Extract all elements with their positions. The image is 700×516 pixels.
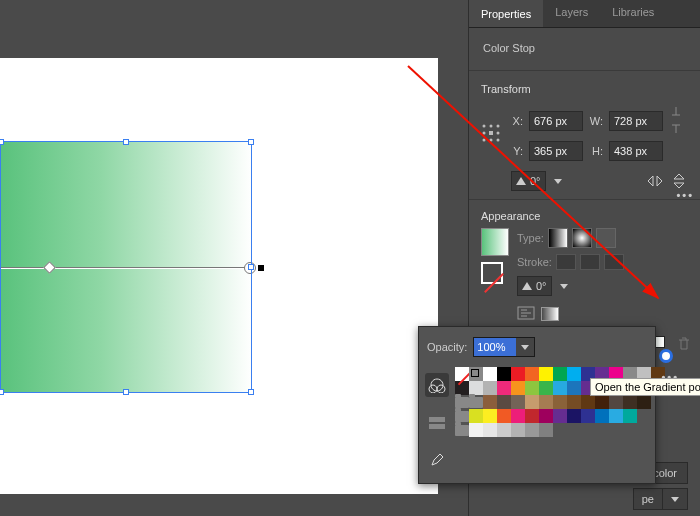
svg-point-8: [497, 139, 500, 142]
swatch[interactable]: [539, 409, 553, 423]
tab-libraries[interactable]: Libraries: [600, 0, 666, 27]
swatch[interactable]: [567, 409, 581, 423]
h-input[interactable]: [609, 141, 663, 161]
swatch[interactable]: [483, 409, 497, 423]
swatch[interactable]: [497, 381, 511, 395]
constrain-proportions-icon[interactable]: [669, 105, 691, 137]
canvas-area[interactable]: [0, 0, 468, 516]
swatch[interactable]: [497, 395, 511, 409]
resize-handle-nw[interactable]: [0, 139, 4, 145]
popup-tool-column: [425, 367, 449, 473]
resize-handle-s[interactable]: [123, 389, 129, 395]
swatch[interactable]: [483, 381, 497, 395]
tab-layers[interactable]: Layers: [543, 0, 600, 27]
h-label: H:: [589, 145, 603, 157]
tab-properties[interactable]: Properties: [469, 0, 543, 27]
stroke-across-button[interactable]: [604, 254, 624, 270]
swatch[interactable]: [497, 409, 511, 423]
swatch[interactable]: [539, 395, 553, 409]
aspect-ratio-icon[interactable]: [541, 307, 559, 321]
swatch[interactable]: [623, 409, 637, 423]
stroke-in-button[interactable]: [556, 254, 576, 270]
flip-horizontal-icon[interactable]: [646, 172, 664, 190]
swatch[interactable]: [539, 381, 553, 395]
opacity-dropdown[interactable]: [516, 338, 534, 356]
swatch[interactable]: [483, 423, 497, 437]
rotation-input[interactable]: 0°: [511, 171, 546, 191]
swatch[interactable]: [511, 395, 525, 409]
swatch[interactable]: [469, 409, 483, 423]
swatch[interactable]: [525, 409, 539, 423]
gradient-angle-value: 0°: [536, 280, 547, 292]
swatch[interactable]: [553, 395, 567, 409]
resize-handle-e[interactable]: [248, 264, 254, 270]
swatch[interactable]: [469, 381, 483, 395]
swatch[interactable]: [525, 423, 539, 437]
swatch[interactable]: [581, 395, 595, 409]
gradient-type-radial-button[interactable]: [572, 228, 592, 248]
swatch[interactable]: [525, 381, 539, 395]
swatch[interactable]: [483, 395, 497, 409]
swatch[interactable]: [511, 423, 525, 437]
swatch[interactable]: [511, 409, 525, 423]
swatch[interactable]: [511, 381, 525, 395]
swatch[interactable]: [567, 381, 581, 395]
eyedropper-icon[interactable]: [425, 449, 449, 473]
gradient-annotator-cap[interactable]: [258, 265, 264, 271]
swatch[interactable]: [553, 367, 567, 381]
swatch[interactable]: [637, 395, 651, 409]
swatch[interactable]: [567, 395, 581, 409]
gradient-angle-input[interactable]: 0°: [517, 276, 552, 296]
stroke-swatch[interactable]: [481, 262, 503, 284]
swatch[interactable]: [623, 395, 637, 409]
delete-stop-icon[interactable]: [677, 336, 693, 352]
gradient-angle-dropdown[interactable]: [558, 276, 570, 296]
pe-button-fragment[interactable]: pe: [633, 488, 663, 510]
gradient-type-freeform-button[interactable]: [596, 228, 616, 248]
swatch[interactable]: [581, 409, 595, 423]
color-mixer-mode-icon[interactable]: [425, 411, 449, 435]
swatch[interactable]: [525, 367, 539, 381]
swatch-none[interactable]: [455, 367, 469, 381]
swatch[interactable]: [595, 395, 609, 409]
swatch[interactable]: [539, 367, 553, 381]
swatch[interactable]: [497, 423, 511, 437]
opacity-input[interactable]: [474, 338, 516, 356]
swatch-registration[interactable]: [469, 367, 483, 381]
flip-vertical-icon[interactable]: [670, 172, 688, 190]
y-input[interactable]: [529, 141, 583, 161]
swatch[interactable]: [553, 409, 567, 423]
resize-handle-n[interactable]: [123, 139, 129, 145]
swatch-folder[interactable]: [455, 423, 469, 437]
swatch[interactable]: [525, 395, 539, 409]
pe-dropdown[interactable]: [663, 488, 688, 510]
reverse-gradient-icon[interactable]: [517, 306, 535, 322]
swatch-folder[interactable]: [469, 395, 483, 409]
gradient-stop-right[interactable]: [659, 349, 673, 363]
resize-handle-ne[interactable]: [248, 139, 254, 145]
swatch-folder[interactable]: [455, 395, 469, 409]
x-input[interactable]: [529, 111, 583, 131]
fill-swatch[interactable]: [481, 228, 509, 256]
swatch[interactable]: [497, 367, 511, 381]
swatch[interactable]: [469, 423, 483, 437]
resize-handle-sw[interactable]: [0, 389, 4, 395]
swatch[interactable]: [553, 381, 567, 395]
swatch[interactable]: [567, 367, 581, 381]
swatch[interactable]: [609, 395, 623, 409]
rotation-angle-icon: [516, 177, 526, 185]
swatch[interactable]: [539, 423, 553, 437]
swatch[interactable]: [483, 367, 497, 381]
stroke-along-button[interactable]: [580, 254, 600, 270]
svg-point-0: [483, 125, 486, 128]
swatch[interactable]: [511, 367, 525, 381]
swatch[interactable]: [609, 409, 623, 423]
w-input[interactable]: [609, 111, 663, 131]
swatch[interactable]: [595, 409, 609, 423]
swatch-folder[interactable]: [455, 409, 469, 423]
reference-point-icon[interactable]: [481, 121, 501, 145]
resize-handle-se[interactable]: [248, 389, 254, 395]
gradient-type-linear-button[interactable]: [548, 228, 568, 248]
swatches-mode-icon[interactable]: [425, 373, 449, 397]
rotation-dropdown[interactable]: [552, 171, 564, 191]
